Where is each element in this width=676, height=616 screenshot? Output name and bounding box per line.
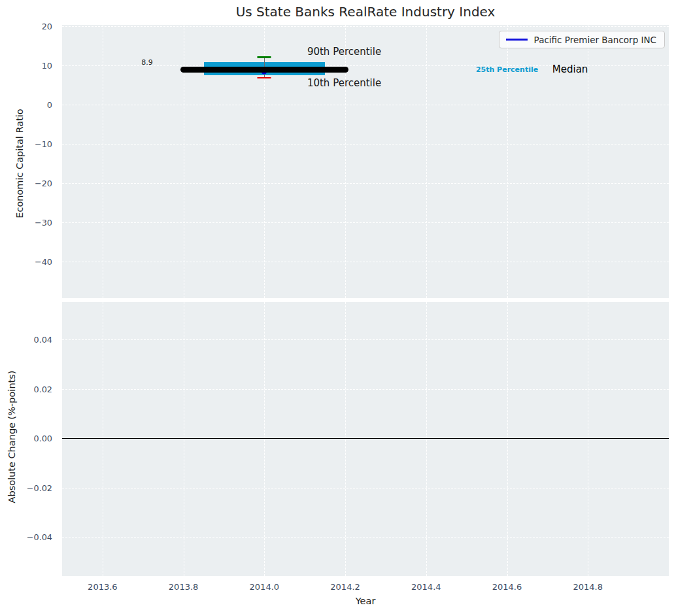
x-tick-label: 2014.4 — [411, 582, 441, 592]
median-line — [180, 67, 348, 73]
y-tick-label-top: 0 — [0, 100, 52, 110]
horizontal-gridline — [62, 488, 669, 488]
annotation-value-label: 8.9 — [141, 58, 153, 66]
vertical-gridline — [426, 25, 427, 298]
horizontal-gridline — [62, 105, 669, 105]
horizontal-gridline — [62, 339, 669, 340]
horizontal-gridline — [62, 222, 669, 223]
annotation-p90-label: 90th Percentile — [307, 46, 381, 58]
y-tick-label-bottom: 0.04 — [0, 335, 52, 345]
x-tick-label: 2014.2 — [330, 582, 360, 592]
y-tick-label-bottom: −0.04 — [0, 532, 52, 542]
horizontal-gridline — [62, 389, 669, 390]
y-tick-label-top: 20 — [0, 22, 52, 31]
x-axis-label: Year — [62, 596, 669, 606]
annotation-median-label: Median — [552, 63, 588, 75]
annotation-p25-label: 25th Percentile — [476, 65, 538, 74]
annotation-p10-label: 10th Percentile — [307, 77, 381, 89]
vertical-gridline — [588, 302, 588, 576]
vertical-gridline — [345, 302, 346, 576]
x-tick-label: 2013.6 — [88, 582, 118, 592]
y-tick-label-top: 10 — [0, 61, 52, 71]
x-tick-label: 2013.8 — [169, 582, 199, 592]
vertical-gridline — [184, 25, 184, 298]
figure: 2014.82014.62014.42014.22014.02013.82013… — [0, 0, 676, 616]
zero-change-line — [62, 438, 669, 439]
legend: Pacific Premier Bancorp INC — [499, 31, 665, 48]
vertical-gridline — [184, 302, 184, 576]
y-axis-label-top: Economic Capital Ratio — [14, 109, 25, 218]
vertical-gridline — [345, 25, 346, 298]
horizontal-gridline — [62, 262, 669, 262]
p10-cap — [258, 77, 271, 79]
vertical-gridline — [426, 302, 427, 576]
x-tick-label: 2014.8 — [573, 582, 603, 592]
horizontal-gridline — [62, 26, 669, 27]
horizontal-gridline — [62, 144, 669, 145]
y-tick-label-top: −10 — [0, 139, 52, 149]
horizontal-gridline — [62, 537, 669, 538]
legend-label: Pacific Premier Bancorp INC — [534, 35, 656, 45]
p90-cap — [258, 56, 271, 58]
top-plot-area: Pacific Premier Bancorp INC 8.990th Perc… — [62, 25, 669, 298]
y-tick-label-top: −30 — [0, 218, 52, 228]
vertical-gridline — [588, 25, 588, 298]
chart-title: Us State Banks RealRate Industry Index — [62, 4, 669, 20]
horizontal-gridline — [62, 183, 669, 184]
bottom-plot-area — [62, 302, 669, 576]
vertical-gridline — [264, 302, 265, 576]
y-tick-label-top: −40 — [0, 257, 52, 267]
y-tick-label-top: −20 — [0, 179, 52, 188]
vertical-gridline — [507, 302, 508, 576]
vertical-gridline — [103, 25, 103, 298]
y-axis-label-bottom: Absolute Change (%-points) — [7, 371, 17, 504]
vertical-gridline — [103, 302, 103, 576]
x-tick-label: 2014.6 — [492, 582, 522, 592]
x-tick-label: 2014.0 — [250, 582, 280, 592]
legend-line-sample — [506, 39, 528, 41]
